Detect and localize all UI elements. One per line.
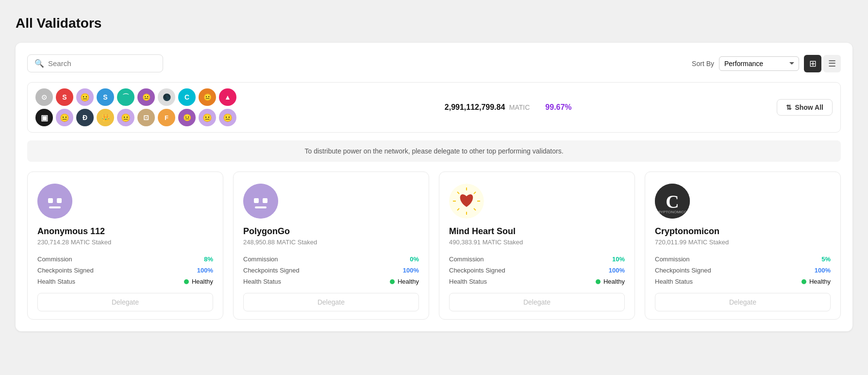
validator-name-3: Cryptonomicon: [655, 226, 831, 237]
health-label-2: Health Status: [449, 278, 487, 285]
commission-label-1: Commission: [243, 256, 278, 263]
svg-text:CRYPTONOMICON: CRYPTONOMICON: [655, 210, 690, 214]
validator-icon-2[interactable]: S: [56, 88, 73, 106]
health-label-0: Health Status: [37, 278, 75, 285]
checkpoints-label-1: Checkpoints Signed: [243, 267, 300, 274]
health-dot-3: [801, 279, 806, 284]
validator-icons-row: ⊙ S 😐 S ⌒ 😐 🌑 C 😐 ▲ ▣ 😐 Đ 👑 😐 ⊡ F 😐 😐 😐 …: [27, 82, 841, 133]
svg-rect-1: [48, 198, 53, 203]
cards-grid: Anonymous 112 230,714.28 MATIC Staked Co…: [27, 171, 841, 320]
svg-rect-3: [49, 206, 61, 208]
validator-icon-12[interactable]: 😐: [56, 109, 73, 126]
list-view-button[interactable]: ☰: [823, 55, 841, 72]
validator-icon-19[interactable]: 😐: [199, 109, 216, 126]
commission-value-0: 8%: [204, 256, 213, 263]
info-banner: To distribute power on the network, plea…: [27, 140, 841, 162]
checkpoints-label-2: Checkpoints Signed: [449, 267, 505, 274]
validator-staked-0: 230,714.28 MATIC Staked: [37, 239, 213, 246]
sort-icon: ⇅: [786, 103, 792, 111]
search-icon: 🔍: [34, 59, 44, 68]
commission-value-1: 0%: [410, 256, 419, 263]
delegate-button-0[interactable]: Delegate: [37, 293, 213, 311]
grid-view-button[interactable]: ⊞: [804, 55, 821, 72]
health-value-3: Healthy: [809, 278, 831, 285]
validator-avatar-0: [37, 184, 72, 219]
top-bar: 🔍 Sort By Performance Commission Checkpo…: [27, 54, 841, 72]
checkpoints-value-1: 100%: [403, 267, 419, 274]
svg-point-4: [243, 184, 278, 219]
validator-stats-0: Commission 8% Checkpoints Signed 100% He…: [37, 256, 213, 285]
checkpoints-label-3: Checkpoints Signed: [655, 267, 711, 274]
validator-avatar-2: [449, 184, 484, 219]
checkpoints-value-2: 100%: [609, 267, 625, 274]
svg-rect-5: [254, 198, 259, 203]
checkpoints-label-0: Checkpoints Signed: [37, 267, 94, 274]
validator-icon-4[interactable]: S: [97, 88, 114, 106]
commission-value-3: 5%: [821, 256, 831, 263]
health-label-3: Health Status: [655, 278, 693, 285]
validator-icon-5[interactable]: ⌒: [117, 88, 134, 106]
health-value-1: Healthy: [398, 278, 419, 285]
validator-icon-16[interactable]: ⊡: [137, 109, 155, 126]
page-title: All Validators: [16, 16, 852, 31]
validator-icon-7[interactable]: 🌑: [158, 88, 175, 106]
validator-icon-1[interactable]: ⊙: [35, 88, 53, 106]
health-dot-1: [390, 279, 395, 284]
search-wrapper: 🔍: [27, 54, 163, 72]
validator-card-3: C CRYPTONOMICON Cryptonomicon 720,011.99…: [645, 171, 841, 320]
validator-icon-15[interactable]: 😐: [117, 109, 134, 126]
validator-icon-6[interactable]: 😐: [137, 88, 155, 106]
health-status-3: Healthy: [801, 278, 831, 285]
validator-name-2: Mind Heart Soul: [449, 226, 625, 237]
sort-label: Sort By: [692, 60, 714, 68]
validator-icon-14[interactable]: 👑: [97, 109, 114, 126]
health-value-2: Healthy: [603, 278, 625, 285]
commission-label-2: Commission: [449, 256, 484, 263]
show-all-button[interactable]: ⇅ Show All: [777, 99, 833, 116]
delegate-button-1[interactable]: Delegate: [243, 293, 419, 311]
sort-select[interactable]: Performance Commission Checkpoints Signe…: [719, 56, 799, 71]
validator-staked-1: 248,950.88 MATIC Staked: [243, 239, 419, 246]
validator-icon-11[interactable]: ▣: [35, 109, 53, 126]
svg-rect-2: [57, 198, 62, 203]
validator-stats-1: Commission 0% Checkpoints Signed 100% He…: [243, 256, 419, 285]
view-toggle: ⊞ ☰: [804, 55, 841, 72]
validator-avatar-1: [243, 184, 278, 219]
validator-card-2: Mind Heart Soul 490,383.91 MATIC Staked …: [439, 171, 635, 320]
svg-point-0: [37, 184, 72, 219]
health-dot-0: [184, 279, 189, 284]
validator-card-1: PolygonGo 248,950.88 MATIC Staked Commis…: [233, 171, 429, 320]
delegate-button-2[interactable]: Delegate: [449, 293, 625, 311]
validator-icon-18[interactable]: 😐: [178, 109, 196, 126]
icons-list: ⊙ S 😐 S ⌒ 😐 🌑 C 😐 ▲ ▣ 😐 Đ 👑 😐 ⊡ F 😐 😐 😐: [35, 88, 239, 126]
health-status-1: Healthy: [390, 278, 419, 285]
search-input[interactable]: [48, 59, 156, 68]
health-status-2: Healthy: [596, 278, 625, 285]
validator-stats-3: Commission 5% Checkpoints Signed 100% He…: [655, 256, 831, 285]
validator-icon-13[interactable]: Đ: [76, 109, 94, 126]
svg-rect-6: [263, 198, 267, 203]
validator-staked-2: 490,383.91 MATIC Staked: [449, 239, 625, 246]
validator-name-0: Anonymous 112: [37, 226, 213, 237]
health-label-1: Health Status: [243, 278, 281, 285]
validator-icon-20[interactable]: 😐: [219, 109, 236, 126]
validator-icon-9[interactable]: 😐: [199, 88, 216, 106]
main-container: 🔍 Sort By Performance Commission Checkpo…: [16, 43, 852, 331]
validator-avatar-3: C CRYPTONOMICON: [655, 184, 690, 219]
validator-icon-10[interactable]: ▲: [219, 88, 236, 106]
validator-card-0: Anonymous 112 230,714.28 MATIC Staked Co…: [27, 171, 223, 320]
health-value-0: Healthy: [192, 278, 213, 285]
validator-stats-2: Commission 10% Checkpoints Signed 100% H…: [449, 256, 625, 285]
aggregate-amount: 2,991,112,799.84 MATIC: [445, 103, 530, 112]
checkpoints-value-3: 100%: [815, 267, 831, 274]
sort-bar: Sort By Performance Commission Checkpoin…: [692, 55, 841, 72]
health-dot-2: [596, 279, 601, 284]
commission-value-2: 10%: [612, 256, 625, 263]
validator-icon-3[interactable]: 😐: [76, 88, 94, 106]
validator-icon-8[interactable]: C: [178, 88, 196, 106]
commission-label-0: Commission: [37, 256, 72, 263]
aggregate-percent: 99.67%: [545, 103, 571, 112]
health-status-0: Healthy: [184, 278, 213, 285]
validator-icon-17[interactable]: F: [158, 109, 175, 126]
delegate-button-3[interactable]: Delegate: [655, 293, 831, 311]
